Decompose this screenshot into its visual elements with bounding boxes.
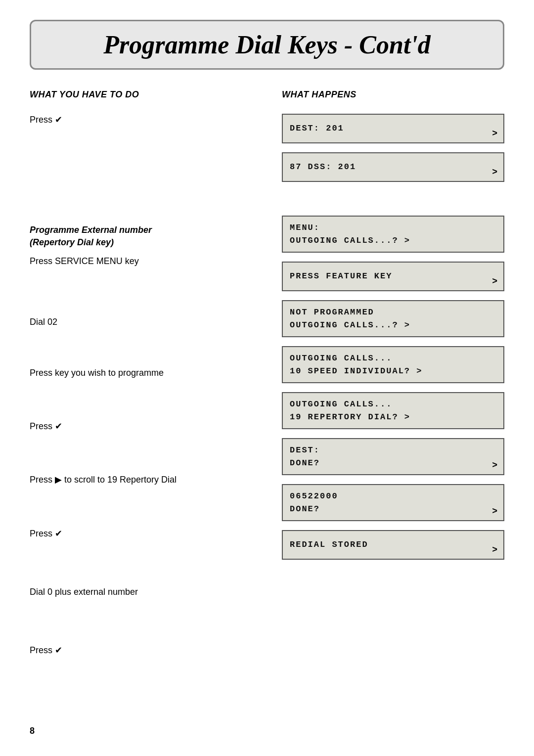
- lcd-screen-dest-done: DEST: DONE? >: [282, 438, 504, 475]
- checkmark-icon-4: ✔: [55, 645, 62, 655]
- left-column-header: WHAT YOU HAVE TO DO: [30, 89, 247, 100]
- lcd-screen-10-speed: OUTGOING CALLS... 10 SPEED INDIVIDUAL? >: [282, 346, 504, 383]
- lcd-screen-06522000: 06522000 DONE? >: [282, 484, 504, 521]
- lcd-line-redial-stored: REDIAL STORED: [290, 538, 496, 551]
- lcd-screen-19-repertory: OUTGOING CALLS... 19 REPERTORY DIAL? >: [282, 392, 504, 429]
- lcd-line-19-repertory: 19 REPERTORY DIAL? >: [290, 411, 496, 424]
- subsection-title: Programme External number(Repertory Dial…: [30, 224, 247, 249]
- lcd-arrow-10: >: [492, 545, 498, 555]
- lcd-arrow-1: >: [492, 129, 498, 138]
- checkmark-icon-2: ✔: [55, 421, 62, 431]
- page-title: Programme Dial Keys - Cont'd: [51, 30, 483, 59]
- action-press-check-2: Press ✔: [30, 420, 247, 433]
- lcd-screen-dest-201: DEST: 201 >: [282, 114, 504, 143]
- lcd-line-outgoing-calls-3: OUTGOING CALLS...: [290, 352, 496, 365]
- lcd-arrow-9: >: [492, 506, 498, 516]
- lcd-line-outgoing-calls-2: OUTGOING CALLS...? >: [290, 319, 496, 332]
- action-press-service-menu: Press SERVICE MENU key: [30, 255, 247, 267]
- lcd-screen-menu-outgoing: MENU: OUTGOING CALLS...? >: [282, 216, 504, 253]
- lcd-screen-not-programmed: NOT PROGRAMMED OUTGOING CALLS...? >: [282, 300, 504, 337]
- lcd-line-outgoing-calls-4: OUTGOING CALLS...: [290, 398, 496, 411]
- lcd-screen-redial-stored: REDIAL STORED >: [282, 530, 504, 560]
- action-dial-02: Dial 02: [30, 316, 247, 328]
- checkmark-icon-1: ✔: [55, 115, 62, 125]
- action-press-key-programme: Press key you wish to programme: [30, 367, 247, 379]
- lcd-line-done-1: DONE?: [290, 457, 496, 470]
- lcd-arrow-8: >: [492, 460, 498, 470]
- lcd-arrow-4: >: [492, 276, 498, 286]
- lcd-line-06522000: 06522000: [290, 490, 496, 503]
- action-press-check-4: Press ✔: [30, 644, 247, 657]
- lcd-screen-87dss201: 87 DSS: 201 >: [282, 152, 504, 182]
- lcd-line-menu: MENU:: [290, 222, 496, 234]
- lcd-line-press-feature: PRESS FEATURE KEY: [290, 270, 496, 283]
- lcd-line-10-speed: 10 SPEED INDIVIDUAL? >: [290, 365, 496, 378]
- action-press-scroll: Press ▶ to scroll to 19 Repertory Dial: [30, 474, 247, 486]
- lcd-arrow-2: >: [492, 167, 498, 177]
- action-dial-external: Dial 0 plus external number: [30, 586, 247, 598]
- page-number: 8: [30, 726, 35, 736]
- title-box: Programme Dial Keys - Cont'd: [30, 20, 504, 70]
- right-column-header: WHAT HAPPENS: [282, 89, 504, 100]
- lcd-line-dest-blank: DEST:: [290, 444, 496, 457]
- lcd-line-87dss201: 87 DSS: 201: [290, 161, 496, 174]
- action-press-check-1: Press ✔: [30, 114, 247, 126]
- lcd-line-outgoing-calls-1: OUTGOING CALLS...? >: [290, 234, 496, 247]
- lcd-line-not-programmed: NOT PROGRAMMED: [290, 306, 496, 319]
- action-press-check-3: Press ✔: [30, 528, 247, 540]
- lcd-screen-press-feature-key: PRESS FEATURE KEY >: [282, 262, 504, 291]
- checkmark-icon-3: ✔: [55, 529, 62, 538]
- lcd-line-done-2: DONE?: [290, 503, 496, 516]
- lcd-line-dest201: DEST: 201: [290, 122, 496, 135]
